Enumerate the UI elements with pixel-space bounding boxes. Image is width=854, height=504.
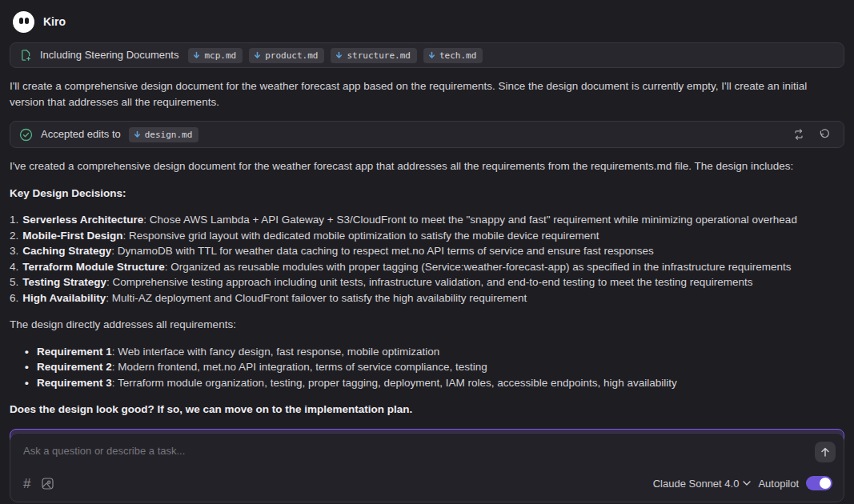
view-diff-button[interactable] (788, 124, 809, 145)
requirement-item: Requirement 2: Modern frontend, met.no A… (10, 359, 844, 375)
requirement-item: Requirement 3: Terraform module organiza… (10, 375, 844, 391)
app-title: Kiro (43, 14, 66, 30)
decision-item: 2.Mobile-First Design: Responsive grid l… (10, 228, 844, 244)
composer-panel: # Claude Sonnet 4.0 Autopilot (10, 433, 844, 502)
file-chip[interactable]: tech.md (423, 48, 483, 63)
requirement-item: Requirement 1: Web interface with fancy … (10, 344, 844, 360)
autopilot-label: Autopilot (758, 476, 799, 492)
file-chip[interactable]: product.md (249, 48, 324, 63)
file-chip[interactable]: mcp.md (188, 48, 243, 63)
chat-input[interactable] (14, 437, 808, 464)
requirements-list: Requirement 1: Web interface with fancy … (10, 344, 844, 391)
composer-footer: # Claude Sonnet 4.0 Autopilot (23, 476, 832, 492)
assistant-message-intro: I'll create a comprehensive design docum… (10, 78, 842, 110)
check-circle-icon (19, 128, 33, 142)
markdown-file-icon (335, 51, 343, 60)
requirements-intro: The design directly addresses all requir… (10, 317, 842, 333)
model-label: Claude Sonnet 4.0 (653, 476, 740, 492)
arrow-up-icon (820, 446, 831, 458)
decision-item: 1.Serverless Architecture: Chose AWS Lam… (10, 212, 844, 228)
assistant-message-summary: I've created a comprehensive design docu… (10, 158, 842, 174)
file-plus-icon (19, 49, 32, 62)
send-button[interactable] (815, 442, 836, 462)
decision-item: 3.Caching Strategy: DynamoDB with TTL fo… (10, 243, 844, 259)
autopilot-toggle[interactable] (806, 476, 832, 490)
decisions-heading: Key Design Decisions: (10, 186, 842, 202)
file-chip-design[interactable]: design.md (129, 127, 199, 142)
accepted-edits-bar: Accepted edits to design.md (10, 121, 844, 148)
model-selector[interactable]: Claude Sonnet 4.0 (653, 476, 752, 492)
steering-documents-bar: Including Steering Documents mcp.md prod… (10, 42, 844, 68)
diff-icon (792, 128, 805, 141)
closing-question: Does the design look good? If so, we can… (10, 402, 842, 418)
decision-item: 4.Terraform Module Structure: Organized … (10, 259, 844, 275)
undo-button[interactable] (814, 124, 835, 145)
steering-documents-label: Including Steering Documents (40, 47, 178, 63)
image-attach-icon[interactable] (41, 477, 54, 490)
markdown-file-icon (254, 51, 261, 60)
undo-icon (818, 128, 831, 141)
file-chip[interactable]: structure.md (331, 48, 416, 63)
app-header: Kiro (0, 0, 854, 42)
decisions-list: 1.Serverless Architecture: Chose AWS Lam… (10, 212, 844, 306)
markdown-file-icon (428, 51, 435, 60)
steering-file-chips: mcp.md product.md structure.md (188, 48, 483, 63)
accepted-edits-label: Accepted edits to (41, 126, 121, 142)
decision-item: 5.Testing Strategy: Comprehensive testin… (10, 274, 844, 290)
markdown-file-icon (134, 130, 141, 139)
chevron-down-icon (743, 481, 751, 486)
context-hash-icon[interactable]: # (23, 477, 30, 490)
kiro-logo-icon (13, 11, 34, 33)
markdown-file-icon (193, 51, 200, 60)
decision-item: 6.High Availability: Multi-AZ deployment… (10, 290, 844, 306)
